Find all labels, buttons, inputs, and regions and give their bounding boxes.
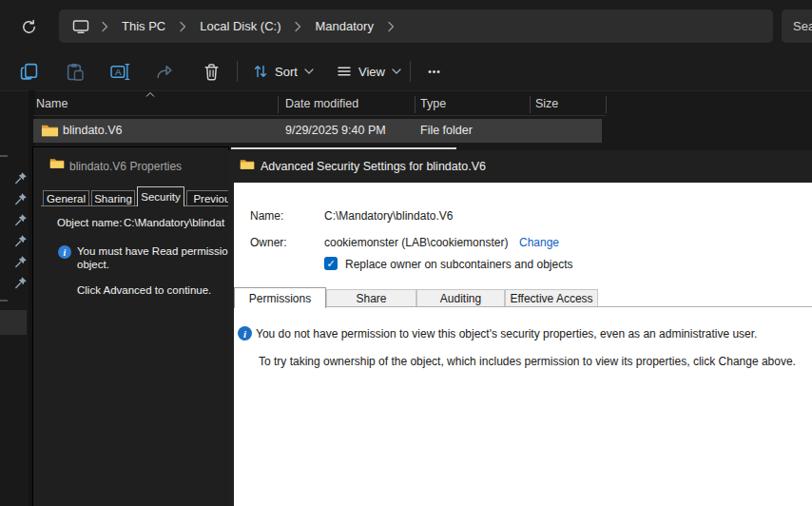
advanced-hint-text: Click Advanced to continue.: [77, 284, 211, 296]
info-icon: i: [238, 326, 252, 341]
advanced-security-dialog: Advanced Security Settings for blindato.…: [228, 150, 812, 506]
replace-owner-checkbox[interactable]: ✓: [324, 257, 338, 270]
folder-icon: [41, 124, 59, 138]
folder-icon: [49, 158, 65, 169]
breadcrumb-this-pc[interactable]: This PC: [116, 19, 171, 33]
paste-icon: [66, 63, 84, 81]
share-button[interactable]: [152, 56, 177, 87]
properties-dialog: blindato.V6 Properties General Sharing S…: [33, 147, 228, 506]
owner-label: Owner:: [250, 236, 287, 249]
pinned-item-pin-icon[interactable]: [14, 255, 28, 268]
pinned-item-pin-icon[interactable]: [14, 171, 28, 185]
info-icon: i: [58, 245, 71, 259]
copy-button[interactable]: [16, 56, 41, 87]
permissions-warning-line2: object.: [77, 259, 109, 270]
refresh-button[interactable]: [17, 15, 40, 38]
breadcrumb-chevron-icon: [171, 21, 194, 32]
sort-button[interactable]: Sort: [247, 56, 319, 87]
desktop-screenshot: This PC Local Disk (C:) Mandatory Sea: [0, 0, 812, 506]
refresh-icon: [21, 19, 37, 35]
sidebar-divider: [0, 155, 8, 157]
breadcrumb-chevron-icon: [286, 21, 309, 32]
view-label: View: [358, 65, 385, 79]
toolbar-separator: [237, 61, 238, 82]
file-date-modified: 9/29/2025 9:40 PM: [285, 124, 386, 137]
rename-button[interactable]: A: [106, 56, 133, 87]
name-label: Name:: [250, 209, 283, 223]
advanced-dialog-body: Name: C:\Mandatory\blindato.V6 Owner: co…: [234, 183, 812, 506]
this-pc-icon: [72, 19, 89, 34]
search-input[interactable]: Sea: [782, 10, 812, 43]
pinned-item-pin-icon[interactable]: [14, 213, 28, 226]
svg-text:A: A: [114, 67, 121, 77]
paste-button[interactable]: [62, 56, 87, 87]
search-text: Sea: [793, 19, 812, 33]
file-row-blindato[interactable]: blindato.V6 9/29/2025 9:40 PM File folde…: [33, 119, 602, 143]
tab-share[interactable]: Share: [326, 289, 416, 307]
advanced-dialog-title: Advanced Security Settings for blindato.…: [261, 160, 486, 173]
more-options-button[interactable]: •••: [421, 60, 448, 83]
trash-icon: [203, 63, 220, 81]
ellipsis-icon: •••: [428, 67, 441, 77]
column-header-name[interactable]: Name: [36, 97, 68, 110]
properties-dialog-title: blindato.V6 Properties: [69, 160, 182, 173]
properties-titlebar[interactable]: blindato.V6 Properties: [33, 147, 228, 183]
column-separator[interactable]: [415, 96, 416, 113]
breadcrumb-local-disk[interactable]: Local Disk (C:): [194, 19, 286, 33]
object-name-label: Object name:: [57, 217, 122, 228]
sort-label: Sort: [275, 65, 298, 79]
delete-button[interactable]: [199, 56, 223, 87]
dialog-top-highlight: [231, 147, 456, 149]
tab-auditing[interactable]: Auditing: [416, 289, 505, 307]
sort-ascending-caret-icon: [145, 92, 155, 97]
file-name: blindato.V6: [63, 124, 123, 137]
replace-owner-label: Replace owner on subcontainers and objec…: [345, 258, 572, 271]
change-owner-link[interactable]: Change: [519, 236, 559, 249]
address-bar[interactable]: This PC Local Disk (C:) Mandatory: [59, 10, 773, 43]
no-permission-message: You do not have permission to view this …: [256, 327, 757, 341]
toolbar-separator: [410, 61, 411, 82]
tab-strip-line: [41, 205, 228, 206]
pinned-item-pin-icon[interactable]: [14, 234, 28, 247]
take-ownership-message: To try taking ownership of the object, w…: [259, 355, 796, 368]
header-divider: [33, 115, 606, 116]
column-header-size[interactable]: Size: [535, 97, 558, 110]
file-type: File folder: [420, 124, 473, 137]
pinned-item-pin-icon[interactable]: [14, 276, 28, 289]
chevron-down-icon: [392, 68, 401, 74]
chevron-down-icon: [304, 68, 314, 74]
tab-security[interactable]: Security: [137, 186, 184, 206]
permissions-warning-line1: You must have Read permissions: [77, 245, 228, 257]
tab-effective-access[interactable]: Effective Access: [505, 289, 598, 307]
sort-icon: [253, 64, 268, 79]
sidebar-divider: [0, 300, 8, 302]
breadcrumb-chevron-icon: [379, 21, 402, 32]
view-icon: [337, 64, 352, 79]
view-button[interactable]: View: [331, 56, 407, 87]
name-value: C:\Mandatory\blindato.V6: [324, 209, 453, 223]
owner-value: cookiemonster (LAB\cookiemonster): [324, 236, 508, 249]
tab-general[interactable]: General: [43, 190, 89, 206]
column-header-type[interactable]: Type: [420, 97, 446, 110]
column-separator[interactable]: [530, 96, 531, 113]
tab-permissions[interactable]: Permissions: [234, 287, 326, 308]
column-separator[interactable]: [278, 96, 279, 113]
column-separator[interactable]: [606, 96, 607, 113]
tab-previous-versions[interactable]: Previous Ver: [186, 190, 228, 206]
rename-icon: A: [110, 63, 130, 81]
sidebar-selected-item[interactable]: [0, 310, 27, 335]
breadcrumb-chevron-icon: [93, 21, 116, 32]
folder-icon: [240, 159, 255, 170]
copy-icon: [20, 63, 38, 81]
breadcrumb-mandatory[interactable]: Mandatory: [309, 19, 378, 33]
pinned-item-pin-icon[interactable]: [14, 192, 28, 205]
object-name-value: C:\Mandatory\blindat: [124, 217, 224, 228]
tab-sharing[interactable]: Sharing: [91, 190, 135, 206]
share-icon: [156, 64, 174, 80]
column-header-date[interactable]: Date modified: [285, 97, 358, 110]
